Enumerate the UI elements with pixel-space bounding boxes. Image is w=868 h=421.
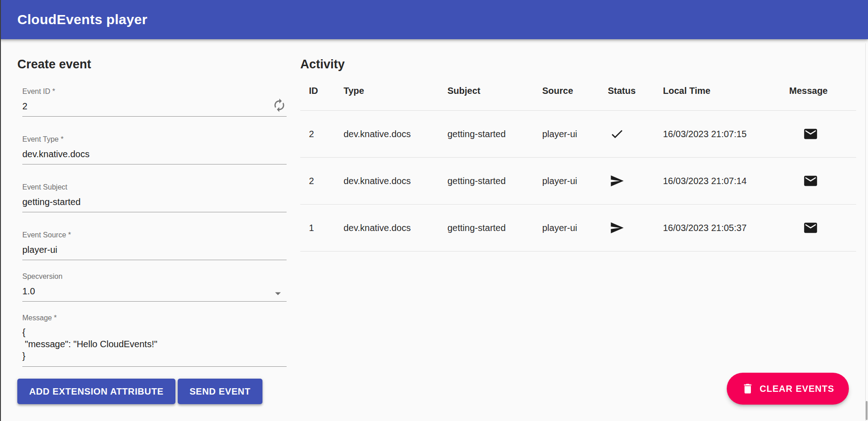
trash-icon [741,382,754,395]
row-type: dev.knative.docs [335,176,439,186]
row-id: 2 [300,129,335,139]
column-header-local-time: Local Time [654,86,781,96]
table-row: 2 dev.knative.docs getting-started playe… [300,158,856,205]
form-buttons: ADD EXTENSION ATTRIBUTE SEND EVENT [17,379,287,404]
main-content: Create event Event ID * 2 Event Type * d… [0,39,868,404]
create-event-panel: Create event Event ID * 2 Event Type * d… [0,39,287,404]
event-subject-input[interactable]: getting-started [22,195,287,212]
event-id-field: Event ID * 2 [22,87,287,117]
row-source: player-ui [534,176,599,186]
create-event-form: Event ID * 2 Event Type * dev.knative.do… [22,87,287,367]
row-subject: getting-started [439,223,534,233]
app-bar: CloudEvents player [0,0,868,39]
app-title: CloudEvents player [17,12,147,27]
activity-panel: Activity ID Type Subject Source Status L… [300,39,856,252]
row-local-time: 16/03/2023 21:05:37 [654,223,781,233]
message-textarea[interactable]: { "message": "Hello CloudEvents!" } [22,326,287,367]
row-subject: getting-started [439,129,534,139]
message-field: Message * { "message": "Hello CloudEvent… [22,313,287,367]
event-id-input[interactable]: 2 [22,100,287,117]
row-message [781,220,856,236]
row-type: dev.knative.docs [335,129,439,139]
row-local-time: 16/03/2023 21:07:14 [654,176,781,186]
event-source-field: Event Source * player-ui [22,231,287,260]
specversion-field: Specversion 1.0 [22,272,287,302]
row-type: dev.knative.docs [335,223,439,233]
event-subject-label: Event Subject [22,183,287,192]
column-header-source: Source [534,86,599,96]
specversion-select[interactable]: 1.0 [22,285,287,302]
autorenew-icon[interactable] [272,98,287,113]
row-message [781,126,856,142]
row-id: 2 [300,176,335,186]
row-status [599,127,654,141]
row-subject: getting-started [439,176,534,186]
dropdown-arrow-icon[interactable] [271,287,285,300]
column-header-type: Type [335,86,439,96]
row-local-time: 16/03/2023 21:07:15 [654,129,781,139]
send-event-button[interactable]: SEND EVENT [178,379,262,404]
window-edge-left [0,0,1,421]
activity-table: ID Type Subject Source Status Local Time… [300,72,856,252]
message-label: Message * [22,313,287,323]
row-id: 1 [300,223,335,233]
email-icon[interactable] [803,220,818,236]
send-icon [610,174,624,188]
scrollbar-track[interactable] [865,43,868,421]
column-header-message: Message [781,86,856,96]
table-header-row: ID Type Subject Source Status Local Time… [300,72,856,111]
column-header-status: Status [599,86,654,96]
clear-events-label: CLEAR EVENTS [760,384,834,394]
row-source: player-ui [534,223,599,233]
table-row: 1 dev.knative.docs getting-started playe… [300,205,856,252]
column-header-id: ID [300,86,335,96]
row-status [599,221,654,235]
row-status [599,174,654,188]
create-event-title: Create event [17,57,287,72]
event-source-input[interactable]: player-ui [22,243,287,260]
specversion-label: Specversion [22,272,287,281]
check-icon [610,127,624,141]
add-extension-attribute-button[interactable]: ADD EXTENSION ATTRIBUTE [17,379,175,404]
event-type-field: Event Type * dev.knative.docs [22,135,287,164]
event-type-input[interactable]: dev.knative.docs [22,148,287,164]
event-id-label: Event ID * [22,87,287,96]
email-icon[interactable] [803,173,818,189]
clear-events-button[interactable]: CLEAR EVENTS [727,373,849,405]
scrollbar-thumb[interactable] [866,401,868,420]
row-message [781,173,856,189]
row-source: player-ui [534,129,599,139]
email-icon[interactable] [803,126,818,142]
event-subject-field: Event Subject getting-started [22,183,287,212]
table-row: 2 dev.knative.docs getting-started playe… [300,111,856,158]
event-source-label: Event Source * [22,231,287,240]
send-icon [610,221,624,235]
activity-title: Activity [300,57,856,72]
column-header-subject: Subject [439,86,534,96]
event-type-label: Event Type * [22,135,287,144]
